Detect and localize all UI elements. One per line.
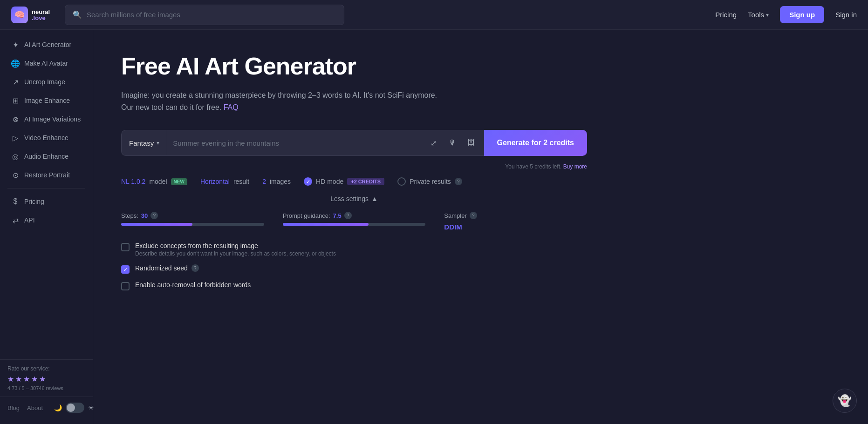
faq-link[interactable]: FAQ <box>224 103 239 111</box>
seed-text: Randomized seed ? <box>135 264 199 272</box>
hd-checkbox[interactable] <box>304 177 312 186</box>
images-label: images <box>270 178 291 185</box>
guidance-help-icon[interactable]: ? <box>344 212 352 219</box>
sidebar-bottom-bar: Blog About 🌙 ☀ <box>0 397 93 418</box>
star-5[interactable]: ★ <box>39 375 46 384</box>
search-bar[interactable]: 🔍 <box>65 5 344 25</box>
images-setting: 2 images <box>262 178 291 185</box>
audio-icon: ◎ <box>11 152 20 161</box>
logo[interactable]: 🧠 neural .love <box>11 7 50 23</box>
chevron-down-icon: ▾ <box>766 12 769 18</box>
model-label: model <box>149 178 167 185</box>
microphone-icon-btn[interactable]: 🎙 <box>445 135 460 150</box>
guidance-slider[interactable] <box>283 223 426 226</box>
seed-checkbox[interactable]: ✓ <box>121 265 130 274</box>
stars[interactable]: ★ ★ ★ ★ ★ <box>7 375 85 384</box>
star-3[interactable]: ★ <box>23 375 30 384</box>
grid-icon: ⊞ <box>11 96 20 105</box>
moon-icon: 🌙 <box>54 404 62 411</box>
about-link[interactable]: About <box>27 404 43 411</box>
credits-hint: You have 5 credits left. Buy more <box>121 163 587 170</box>
exclude-label: Exclude concepts from the resulting imag… <box>135 242 336 249</box>
prompt-icons: ⤢ 🎙 🖼 <box>426 135 478 150</box>
logo-text: neural .love <box>32 9 50 21</box>
logo-icon: 🧠 <box>11 7 28 23</box>
less-settings-button[interactable]: Less settings ▲ <box>330 195 378 202</box>
model-link[interactable]: NL 1.0.2 <box>121 178 145 185</box>
header-right: Pricing Tools ▾ Sign up Sign in <box>715 6 857 23</box>
sampler-label: Sampler ? <box>444 212 587 219</box>
page-title: Free AI Art Generator <box>121 52 587 80</box>
pricing-link[interactable]: Pricing <box>715 11 737 19</box>
toggle-knob <box>67 404 75 412</box>
seed-help-icon[interactable]: ? <box>191 264 199 272</box>
image-upload-icon-btn[interactable]: 🖼 <box>464 135 478 150</box>
autoremoval-label: Enable auto-removal of forbidden words <box>135 281 251 289</box>
new-badge: NEW <box>171 178 187 185</box>
exclude-concepts-text: Exclude concepts from the resulting imag… <box>135 242 336 257</box>
signin-link[interactable]: Sign in <box>835 11 857 19</box>
chatbot-button[interactable]: 👻 <box>833 389 857 413</box>
buy-more-link[interactable]: Buy more <box>563 163 587 170</box>
less-settings-row: Less settings ▲ <box>121 195 587 202</box>
sidebar-item-video-enhance[interactable]: ▷ Video Enhance <box>4 129 89 147</box>
sidebar-item-make-ai-avatar[interactable]: 🌐 Make AI Avatar <box>4 54 89 72</box>
steps-help-icon[interactable]: ? <box>150 212 158 219</box>
blog-link[interactable]: Blog <box>7 404 20 411</box>
guidance-value: 7.5 <box>333 212 342 219</box>
private-checkbox[interactable] <box>397 177 406 186</box>
prompt-row: Fantasy ▾ ⤢ 🎙 🖼 Generate for 2 credits <box>121 130 587 156</box>
steps-label: Steps: 30 ? <box>121 212 264 219</box>
sidebar-item-uncrop-image[interactable]: ↗ Uncrop Image <box>4 73 89 91</box>
signup-button[interactable]: Sign up <box>780 6 824 23</box>
guidance-slider-fill <box>283 223 369 226</box>
exclude-checkbox[interactable] <box>121 243 130 251</box>
star-4[interactable]: ★ <box>31 375 38 384</box>
search-icon: 🔍 <box>73 10 82 19</box>
private-setting: Private results ? <box>397 177 462 186</box>
private-help-icon[interactable]: ? <box>455 178 462 185</box>
chevron-up-icon: ▲ <box>371 195 378 202</box>
result-setting: Horizontal result <box>200 178 249 185</box>
tools-button[interactable]: Tools ▾ <box>748 11 769 19</box>
sidebar-item-restore-portrait[interactable]: ⊙ Restore Portrait <box>4 166 89 184</box>
chatbot-icon: 👻 <box>838 394 852 407</box>
hd-label: HD mode <box>316 178 343 185</box>
steps-slider[interactable] <box>121 223 264 226</box>
toggle-track[interactable] <box>66 403 84 413</box>
search-input[interactable] <box>87 11 336 19</box>
sidebar-item-audio-enhance[interactable]: ◎ Audio Enhance <box>4 148 89 165</box>
style-selector[interactable]: Fantasy ▾ <box>121 130 167 156</box>
expand-icon-btn[interactable]: ⤢ <box>426 135 441 150</box>
prompt-input[interactable] <box>173 139 422 147</box>
result-label: result <box>233 178 249 185</box>
star-2[interactable]: ★ <box>15 375 22 384</box>
globe-icon: 🌐 <box>11 59 20 67</box>
sidebar-item-api[interactable]: ⇄ API <box>4 211 89 229</box>
exclude-concepts-row: Exclude concepts from the resulting imag… <box>121 242 587 257</box>
model-setting: NL 1.0.2 model NEW <box>121 178 187 185</box>
sidebar-item-pricing[interactable]: $ Pricing <box>4 193 89 210</box>
sidebar-item-ai-image-variations[interactable]: ⊗ AI Image Variations <box>4 110 89 128</box>
advanced-settings: Steps: 30 ? Prompt guidance: 7.5 <box>121 212 587 290</box>
style-label: Fantasy <box>129 139 154 147</box>
header: 🧠 neural .love 🔍 Pricing Tools ▾ Sign up… <box>0 0 868 30</box>
settings-row: NL 1.0.2 model NEW Horizontal result 2 i… <box>121 177 587 186</box>
generate-button[interactable]: Generate for 2 credits <box>484 130 587 156</box>
result-link[interactable]: Horizontal <box>200 178 230 185</box>
autoremoval-checkbox[interactable] <box>121 282 130 290</box>
star-1[interactable]: ★ <box>7 375 14 384</box>
portrait-icon: ⊙ <box>11 171 20 179</box>
theme-toggle[interactable]: 🌙 ☀ <box>54 403 94 413</box>
sidebar-item-ai-art-generator[interactable]: ✦ AI Art Generator <box>4 36 89 54</box>
sidebar-item-image-enhance[interactable]: ⊞ Image Enhance <box>4 92 89 109</box>
sparkle-icon: ✦ <box>11 40 20 49</box>
generator-panel: Free AI Art Generator Imagine: you creat… <box>121 52 587 290</box>
images-link[interactable]: 2 <box>262 178 266 185</box>
credits-badge: +2 CREDITS <box>347 178 384 185</box>
sidebar: ✦ AI Art Generator 🌐 Make AI Avatar ↗ Un… <box>0 30 93 424</box>
seed-label: Randomized seed <box>135 264 188 272</box>
auto-removal-text: Enable auto-removal of forbidden words <box>135 281 251 289</box>
sampler-help-icon[interactable]: ? <box>470 212 477 219</box>
settings-grid: Steps: 30 ? Prompt guidance: 7.5 <box>121 212 587 231</box>
